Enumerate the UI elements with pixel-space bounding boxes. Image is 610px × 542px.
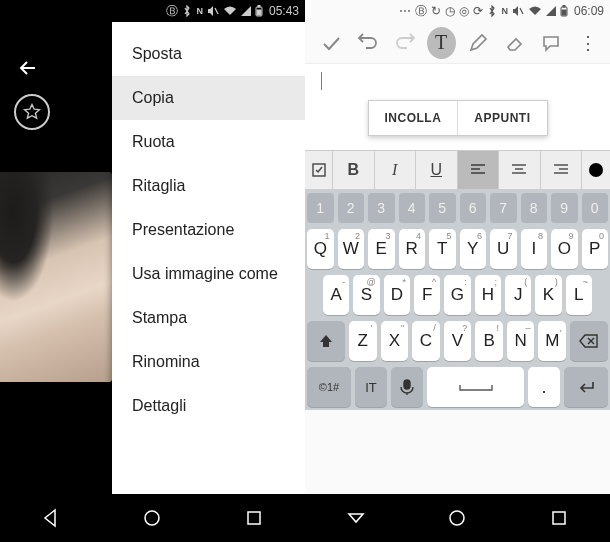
- align-left-button[interactable]: [458, 151, 500, 189]
- paste-button[interactable]: INCOLLA: [369, 101, 458, 135]
- numkey-2[interactable]: 2: [338, 193, 365, 223]
- key-K[interactable]: K): [535, 275, 561, 315]
- underline-button[interactable]: U: [416, 151, 458, 189]
- battery-icon: [255, 5, 263, 17]
- photo-thumbnail: [0, 172, 112, 382]
- key-B[interactable]: B!: [475, 321, 503, 361]
- text-cursor: [321, 72, 322, 90]
- key-V[interactable]: V?: [444, 321, 472, 361]
- key-G[interactable]: G:: [444, 275, 470, 315]
- context-menu: Sposta Copia Ruota Ritaglia Presentazion…: [112, 22, 305, 494]
- back-button[interactable]: [12, 52, 44, 84]
- key-H[interactable]: H;: [475, 275, 501, 315]
- key-W[interactable]: W2: [338, 229, 365, 269]
- left-phone: Ⓑ N 05:43 Sposta Copia Ruota Ritaglia: [0, 0, 305, 542]
- target-icon: ◎: [459, 5, 469, 17]
- numkey-1[interactable]: 1: [307, 193, 334, 223]
- numkey-5[interactable]: 5: [429, 193, 456, 223]
- key-L[interactable]: L~: [566, 275, 592, 315]
- svg-rect-9: [562, 10, 566, 15]
- undo-button[interactable]: [354, 27, 383, 59]
- menu-item-presentazione[interactable]: Presentazione: [112, 208, 305, 252]
- text-tool[interactable]: T: [427, 27, 456, 59]
- menu-item-rinomina[interactable]: Rinomina: [112, 340, 305, 384]
- svg-rect-5: [248, 512, 260, 524]
- clipboard-button[interactable]: APPUNTI: [457, 101, 546, 135]
- bluetooth-icon: [182, 5, 192, 17]
- key-O[interactable]: O9: [551, 229, 578, 269]
- redo-button[interactable]: [390, 27, 419, 59]
- key-I[interactable]: I8: [521, 229, 548, 269]
- comment-tool[interactable]: [537, 27, 566, 59]
- nav-recent[interactable]: [234, 498, 274, 538]
- menu-item-copia[interactable]: Copia: [112, 76, 305, 120]
- menu-item-stampa[interactable]: Stampa: [112, 296, 305, 340]
- more-menu[interactable]: ⋮: [573, 27, 602, 59]
- numkey-6[interactable]: 6: [460, 193, 487, 223]
- nav-recent[interactable]: [539, 498, 579, 538]
- key-C[interactable]: C/: [412, 321, 440, 361]
- key-U[interactable]: U7: [490, 229, 517, 269]
- nav-bar-left: [0, 494, 305, 542]
- menu-item-dettagli[interactable]: Dettagli: [112, 384, 305, 428]
- eraser-tool[interactable]: [500, 27, 529, 59]
- key-S[interactable]: S@: [353, 275, 379, 315]
- key-D[interactable]: D*: [384, 275, 410, 315]
- period-key[interactable]: .: [528, 367, 560, 407]
- key-P[interactable]: P0: [582, 229, 609, 269]
- checkbox-toggle[interactable]: [305, 151, 333, 189]
- key-N[interactable]: N–: [507, 321, 535, 361]
- status-bar-right: ⋯ Ⓑ ↻ ◷ ◎ ⟳ N 06:09: [305, 0, 610, 22]
- backspace-key[interactable]: [570, 321, 608, 361]
- format-bar: B I U: [305, 150, 610, 190]
- enter-key[interactable]: [564, 367, 608, 407]
- space-key[interactable]: [427, 367, 524, 407]
- nav-home[interactable]: [132, 498, 172, 538]
- text-canvas[interactable]: INCOLLA APPUNTI: [305, 64, 610, 150]
- favorite-button[interactable]: [14, 94, 50, 130]
- key-M[interactable]: M,: [538, 321, 566, 361]
- pen-tool[interactable]: [464, 27, 493, 59]
- menu-item-ritaglia[interactable]: Ritaglia: [112, 164, 305, 208]
- paste-popup: INCOLLA APPUNTI: [368, 100, 548, 136]
- align-center-button[interactable]: [499, 151, 541, 189]
- dots-icon: ⋯: [399, 5, 411, 17]
- key-F[interactable]: F^: [414, 275, 440, 315]
- italic-button[interactable]: I: [375, 151, 417, 189]
- key-T[interactable]: T5: [429, 229, 456, 269]
- key-A[interactable]: A-: [323, 275, 349, 315]
- key-E[interactable]: E3: [368, 229, 395, 269]
- key-Q[interactable]: Q1: [307, 229, 334, 269]
- align-right-button[interactable]: [541, 151, 583, 189]
- lang-key[interactable]: IT: [355, 367, 387, 407]
- numkey-7[interactable]: 7: [490, 193, 517, 223]
- shift-key[interactable]: [307, 321, 345, 361]
- nav-back[interactable]: [31, 498, 71, 538]
- clock-icon: ◷: [445, 5, 455, 17]
- numkey-3[interactable]: 3: [368, 193, 395, 223]
- svg-point-4: [145, 511, 159, 525]
- numkey-0[interactable]: 0: [582, 193, 609, 223]
- key-Y[interactable]: Y6: [460, 229, 487, 269]
- nav-home[interactable]: [437, 498, 477, 538]
- numkey-8[interactable]: 8: [521, 193, 548, 223]
- svg-rect-8: [563, 6, 565, 8]
- nav-back-ime[interactable]: [336, 498, 376, 538]
- numkey-4[interactable]: 4: [399, 193, 426, 223]
- status-time-right: 06:09: [574, 4, 604, 18]
- symbols-key[interactable]: ©1#: [307, 367, 351, 407]
- key-R[interactable]: R4: [399, 229, 426, 269]
- key-X[interactable]: X": [381, 321, 409, 361]
- menu-item-usa-immagine[interactable]: Usa immagine come: [112, 252, 305, 296]
- bold-button[interactable]: B: [333, 151, 375, 189]
- confirm-button[interactable]: [317, 27, 346, 59]
- menu-item-sposta[interactable]: Sposta: [112, 32, 305, 76]
- svg-rect-3: [257, 10, 261, 15]
- voice-key[interactable]: [391, 367, 423, 407]
- svg-rect-24: [553, 512, 565, 524]
- menu-item-ruota[interactable]: Ruota: [112, 120, 305, 164]
- key-J[interactable]: J(: [505, 275, 531, 315]
- numkey-9[interactable]: 9: [551, 193, 578, 223]
- key-Z[interactable]: Z': [349, 321, 377, 361]
- color-picker[interactable]: [582, 151, 610, 189]
